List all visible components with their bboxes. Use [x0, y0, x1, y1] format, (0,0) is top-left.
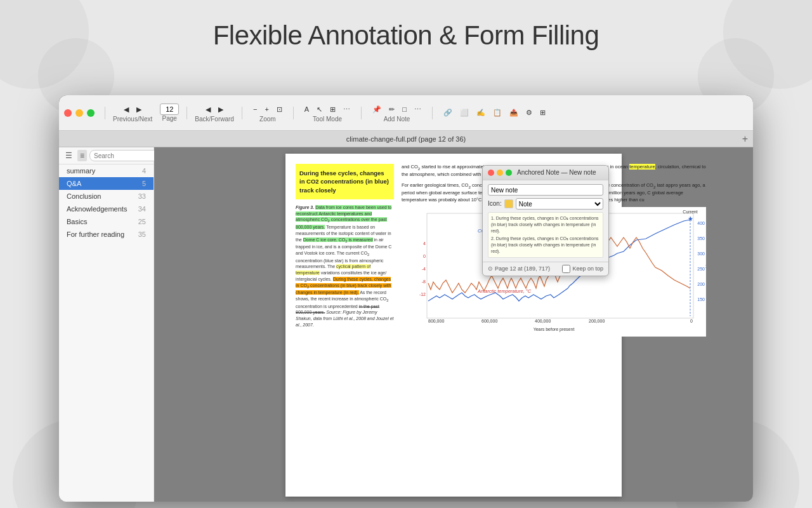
keep-on-top-input[interactable]	[562, 265, 570, 273]
yellow-highlight-box: During these cycles, changes in CO2 conc…	[296, 164, 394, 199]
svg-text:-4: -4	[422, 267, 426, 271]
anchored-note-popup: Anchored Note — New note Icon: Note 1	[482, 165, 609, 276]
separator-3	[242, 107, 242, 119]
sidebar-list-view-button[interactable]: ☰	[63, 150, 75, 161]
back-forward-section: ◀ ▶ Back/Forward	[195, 104, 234, 123]
sidebar-item-basics[interactable]: Basics 25	[59, 215, 154, 228]
svg-text:600,000: 600,000	[481, 319, 497, 323]
svg-text:200,000: 200,000	[589, 319, 605, 323]
svg-text:200: 200	[697, 282, 705, 286]
stamp-button[interactable]: ⬜	[457, 107, 472, 119]
link-button[interactable]: 🔗	[440, 107, 455, 119]
zoom-label: Zoom	[259, 116, 276, 123]
sidebar: ☰ ≡ summary 4 Q&A 5 Conclusion 33 Acknow…	[59, 147, 154, 502]
sidebar-item-summary[interactable]: summary 4	[59, 164, 154, 177]
separator-6	[432, 107, 433, 119]
sidebar-item-basics-count: 25	[138, 218, 146, 225]
note-content-area: 1. During these cycles, changes in CO₂ c…	[488, 212, 603, 258]
zoom-section: − + ⊡ Zoom	[250, 104, 285, 123]
pdf-area: During these cycles, changes in CO2 conc…	[154, 147, 753, 502]
figure-caption-label: Figure 3.	[296, 205, 315, 210]
keep-on-top-checkbox[interactable]: Keep on top	[562, 265, 603, 273]
svg-text:150: 150	[697, 297, 705, 302]
zoom-in-button[interactable]: +	[261, 104, 272, 115]
sign-button[interactable]: ✍	[473, 107, 488, 119]
sidebar-item-acknowledgements-label: Acknowledgements	[67, 205, 127, 213]
tool-text-button[interactable]: A	[301, 104, 312, 115]
back-button[interactable]: ◀	[202, 104, 214, 116]
traffic-lights	[64, 109, 95, 117]
page-label: Page	[162, 115, 177, 122]
svg-text:400: 400	[697, 221, 705, 225]
add-note-more-button[interactable]: ⋯	[411, 104, 424, 116]
tab-title[interactable]: climate-change-full.pdf (page 12 of 36)	[346, 135, 466, 143]
minimize-button[interactable]	[75, 109, 83, 117]
svg-text:4: 4	[423, 241, 426, 246]
svg-text:400,000: 400,000	[535, 319, 551, 323]
sidebar-item-summary-label: summary	[67, 167, 95, 175]
note-icon-select[interactable]: Note	[516, 198, 603, 210]
sidebar-outline-view-button[interactable]: ≡	[77, 150, 87, 161]
separator-5	[361, 107, 362, 119]
note-page-info: ⊙ Page 12 at (189, 717)	[488, 265, 550, 273]
tool-mode-section: A ↖ ⊞ ⋯ Tool Mode	[301, 104, 353, 123]
sidebar-toolbar: ☰ ≡	[59, 147, 154, 164]
prev-button[interactable]: ◀	[121, 104, 132, 116]
note-icon-label: Icon:	[488, 199, 502, 208]
page-title: Flexible Annotation & Form Filling	[0, 0, 812, 64]
note-title-input[interactable]	[488, 184, 603, 196]
svg-text:0: 0	[690, 319, 693, 323]
settings-button[interactable]: ⚙	[523, 107, 535, 119]
note-close-button[interactable]	[488, 170, 494, 176]
sidebar-item-further-reading-count: 35	[138, 231, 146, 238]
add-note-box-button[interactable]: □	[399, 104, 410, 115]
share-button[interactable]: 📤	[506, 107, 521, 119]
separator-4	[293, 107, 294, 119]
forward-button[interactable]: ▶	[215, 104, 226, 116]
separator-2	[187, 107, 187, 119]
sidebar-item-basics-label: Basics	[67, 218, 87, 225]
zoom-fit-button[interactable]: ⊡	[273, 104, 285, 116]
sidebar-item-conclusion-label: Conclusion	[67, 192, 101, 200]
add-note-label: Add Note	[384, 116, 410, 123]
svg-text:250: 250	[697, 267, 705, 271]
tab-add-button[interactable]: +	[742, 134, 748, 144]
orange-highlight: During these cycles, changes in CO2 conc…	[296, 277, 391, 295]
add-note-pin-button[interactable]: 📌	[369, 104, 384, 116]
sidebar-item-further-reading[interactable]: For further reading 35	[59, 228, 154, 241]
add-note-text-button[interactable]: ✏	[386, 104, 398, 116]
sidebar-item-qa[interactable]: Q&A 5	[59, 177, 154, 190]
grid-button[interactable]: ⊞	[537, 107, 549, 119]
note-fullscreen-button[interactable]	[506, 170, 512, 176]
svg-text:800,000: 800,000	[428, 319, 444, 323]
pdf-left-column: During these cycles, changes in CO2 conc…	[296, 164, 394, 337]
svg-text:-12: -12	[419, 292, 426, 297]
note-body: Icon: Note 1. During these cycles, chang…	[483, 180, 608, 262]
note-content-line1: 1. During these cycles, changes in CO₂ c…	[491, 215, 600, 234]
svg-text:0: 0	[423, 254, 426, 258]
sidebar-item-conclusion[interactable]: Conclusion 33	[59, 190, 154, 203]
tool-select-button[interactable]: ↖	[313, 104, 325, 116]
svg-text:-8: -8	[422, 279, 426, 284]
form-button[interactable]: 📋	[490, 107, 505, 119]
add-note-section: 📌 ✏ □ ⋯ Add Note	[369, 104, 424, 123]
note-titlebar: Anchored Note — New note	[483, 166, 608, 180]
sidebar-item-acknowledgements[interactable]: Acknowledgements 34	[59, 203, 154, 215]
zoom-out-button[interactable]: −	[250, 104, 260, 115]
note-minimize-button[interactable]	[497, 170, 503, 176]
toolbar: ◀ ▶ Previous/Next Page ◀ ▶ Back/Forward …	[59, 95, 753, 131]
sidebar-item-summary-count: 4	[142, 167, 146, 175]
page-section: Page	[160, 104, 179, 122]
next-button[interactable]: ▶	[133, 104, 145, 116]
tool-crop-button[interactable]: ⊞	[327, 104, 339, 116]
temperature-highlight: temperature	[629, 164, 655, 170]
close-button[interactable]	[64, 109, 72, 117]
svg-text:CO₂ /ppm: CO₂ /ppm	[705, 256, 706, 272]
tool-mode-label: Tool Mode	[313, 116, 342, 123]
svg-text:Years before present: Years before present	[534, 327, 575, 332]
page-input[interactable]	[160, 104, 179, 115]
tool-more-button[interactable]: ⋯	[340, 104, 353, 116]
dome-c-highlight: Dome C ice core. CO2 is measured	[303, 237, 373, 242]
fullscreen-button[interactable]	[87, 109, 95, 117]
note-content-line2: 2. During these cycles, changes in CO₂ c…	[491, 236, 600, 254]
